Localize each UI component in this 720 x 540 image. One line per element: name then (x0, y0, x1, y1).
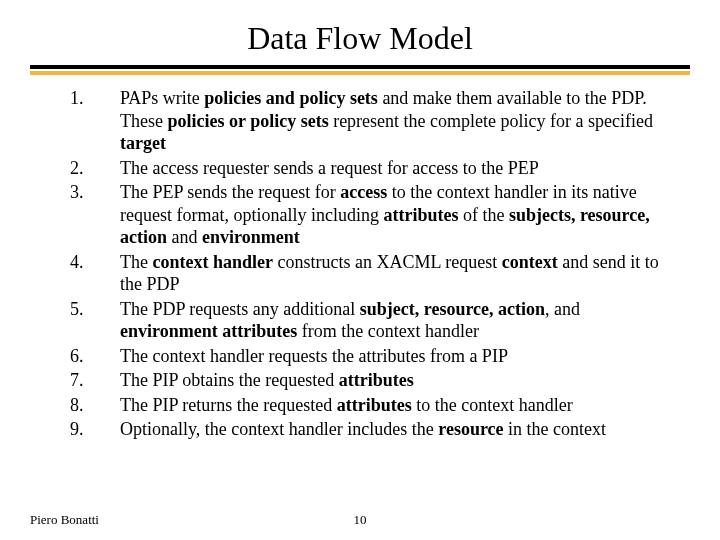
item-text: The PDP requests any additional subject,… (120, 298, 680, 343)
item-number: 6. (70, 345, 120, 368)
item-number: 9. (70, 418, 120, 441)
list-item: 8. The PIP returns the requested attribu… (70, 394, 680, 417)
item-text: The context handler constructs an XACML … (120, 251, 680, 296)
footer: Piero Bonatti 10 (0, 512, 720, 528)
page-number: 10 (0, 512, 720, 528)
list-item: 1. PAPs write policies and policy sets a… (70, 87, 680, 155)
list-item: 6. The context handler requests the attr… (70, 345, 680, 368)
divider-accent (30, 71, 690, 75)
list-item: 2. The access requester sends a request … (70, 157, 680, 180)
item-text: Optionally, the context handler includes… (120, 418, 680, 441)
item-text: The PEP sends the request for access to … (120, 181, 680, 249)
author-name: Piero Bonatti (30, 512, 99, 528)
item-number: 5. (70, 298, 120, 343)
page-title: Data Flow Model (30, 20, 690, 57)
list-item: 5. The PDP requests any additional subje… (70, 298, 680, 343)
item-number: 8. (70, 394, 120, 417)
item-number: 1. (70, 87, 120, 155)
item-text: The PIP returns the requested attributes… (120, 394, 680, 417)
list-item: 9. Optionally, the context handler inclu… (70, 418, 680, 441)
item-number: 4. (70, 251, 120, 296)
item-text: The PIP obtains the requested attributes (120, 369, 680, 392)
item-number: 7. (70, 369, 120, 392)
item-text: PAPs write policies and policy sets and … (120, 87, 680, 155)
list-item: 4. The context handler constructs an XAC… (70, 251, 680, 296)
item-number: 2. (70, 157, 120, 180)
slide: Data Flow Model 1. PAPs write policies a… (0, 0, 720, 540)
divider-top (30, 65, 690, 69)
list-item: 3. The PEP sends the request for access … (70, 181, 680, 249)
list-item: 7. The PIP obtains the requested attribu… (70, 369, 680, 392)
item-number: 3. (70, 181, 120, 249)
ordered-list: 1. PAPs write policies and policy sets a… (30, 87, 690, 441)
item-text: The access requester sends a request for… (120, 157, 680, 180)
item-text: The context handler requests the attribu… (120, 345, 680, 368)
